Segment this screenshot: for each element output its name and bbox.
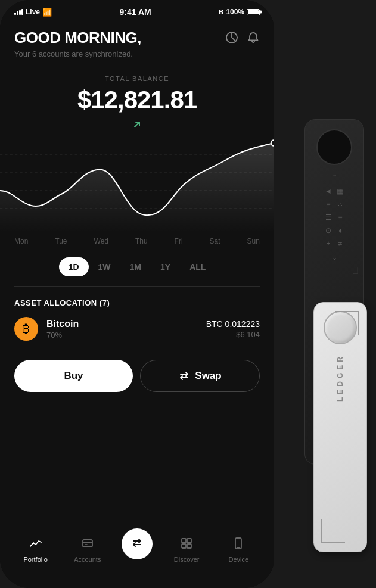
nav-portfolio[interactable]: Portfolio — [18, 537, 54, 563]
svg-rect-10 — [182, 544, 186, 548]
svg-rect-8 — [182, 539, 186, 543]
header-icons — [225, 31, 260, 47]
ledger-icon-8: ♦ — [337, 226, 344, 235]
bitcoin-fiat-amount: $6 104 — [206, 330, 260, 339]
ledger-device: ⌃ ◄ ▦ ≡ ∴ ☰ ≡ ⊙ ♦ + ≠ ⌄ ⎕ LEDGER — [274, 0, 376, 588]
transfer-icon — [130, 536, 144, 552]
subtitle-text: Your 6 accounts are synchronized. — [14, 49, 260, 58]
ledger-icon-6: ≡ — [337, 213, 344, 222]
period-1w[interactable]: 1W — [89, 257, 120, 276]
status-bar: Live 📶 9:41 AM B 100% — [0, 0, 274, 19]
ledger-icon-10: ≠ — [337, 239, 344, 248]
time-label-sat: Sat — [210, 237, 220, 245]
ledger-white-body: LEDGER — [313, 302, 367, 552]
asset-section: ASSET ALLOCATION (7) ₿ Bitcoin 70% BTC 0… — [0, 287, 274, 350]
time-label-sun: Sun — [247, 237, 260, 245]
nav-discover[interactable]: Discover — [169, 537, 204, 563]
accounts-icon — [81, 537, 94, 553]
discover-icon — [180, 537, 193, 553]
bitcoin-name: Bitcoin — [46, 319, 198, 329]
status-right: B 100% — [219, 8, 260, 16]
time-label-thu: Thu — [135, 237, 148, 245]
ledger-white-bracket-tr — [335, 311, 359, 335]
ledger-icon-1: ◄ — [325, 187, 332, 195]
chart-svg-wrap — [0, 137, 274, 232]
time-label-tue: Tue — [55, 237, 67, 245]
signal-bars — [14, 9, 23, 15]
bitcoin-pct: 70% — [46, 331, 198, 340]
time-label-mon: Mon — [14, 237, 28, 245]
ledger-icon-7: ⊙ — [325, 226, 332, 235]
action-buttons: Buy Swap — [0, 350, 274, 404]
svg-rect-11 — [187, 544, 191, 548]
ledger-icon-2: ▦ — [337, 187, 344, 195]
swap-icon — [178, 370, 190, 382]
balance-change — [132, 119, 142, 130]
battery-icon — [247, 9, 260, 15]
nav-discover-label: Discover — [174, 556, 200, 563]
nav-device[interactable]: Device — [220, 537, 256, 563]
ledger-icon-last: ⎕ — [353, 265, 358, 275]
status-left: Live 📶 — [14, 8, 52, 17]
period-all[interactable]: ALL — [180, 257, 215, 276]
header-section: GOOD MORNING, — [0, 19, 274, 66]
header-top: GOOD MORNING, — [14, 29, 260, 47]
greeting-text: GOOD MORNING, — [14, 29, 141, 47]
phone-screen: Live 📶 9:41 AM B 100% GOOD MORNING, — [0, 0, 274, 588]
ledger-icon-grid: ◄ ▦ ≡ ∴ ☰ ≡ ⊙ ♦ + ≠ — [325, 187, 344, 248]
ledger-icon-4: ∴ — [337, 200, 344, 209]
period-selector: 1D 1W 1M 1Y ALL — [0, 250, 274, 286]
nav-accounts[interactable]: Accounts — [70, 537, 105, 563]
swap-label: Swap — [195, 370, 221, 382]
time-label-wed: Wed — [94, 237, 108, 245]
period-1m[interactable]: 1M — [120, 257, 151, 276]
ledger-icon-3: ≡ — [325, 200, 332, 209]
scroll-content: GOOD MORNING, — [0, 19, 274, 521]
ledger-icon-5: ☰ — [325, 213, 332, 222]
status-time: 9:41 AM — [120, 7, 151, 17]
bitcoin-asset-row: ₿ Bitcoin 70% BTC 0.012223 $6 104 — [14, 317, 260, 341]
nav-accounts-label: Accounts — [74, 556, 101, 563]
ledger-icon-9: + — [325, 239, 332, 248]
nav-device-label: Device — [229, 556, 249, 563]
time-axis: Mon Tue Wed Thu Fri Sat Sun — [0, 232, 274, 250]
device-icon — [232, 537, 245, 553]
ledger-circle — [316, 129, 352, 165]
period-1d[interactable]: 1D — [59, 257, 89, 276]
balance-amount: $12,821.81 — [14, 86, 260, 114]
svg-rect-5 — [83, 540, 92, 547]
balance-section: TOTAL BALANCE $12,821.81 — [0, 66, 274, 137]
chart-section — [0, 137, 274, 232]
nav-portfolio-label: Portfolio — [23, 556, 47, 563]
bell-icon[interactable] — [247, 31, 260, 47]
ledger-up-arrow[interactable]: ⌃ — [311, 173, 358, 181]
portfolio-icon — [29, 537, 42, 553]
svg-rect-9 — [187, 539, 191, 543]
balance-label: TOTAL BALANCE — [14, 75, 260, 82]
period-1y[interactable]: 1Y — [151, 257, 180, 276]
bitcoin-icon: ₿ — [14, 317, 38, 341]
battery-pct: 100% — [226, 8, 244, 16]
bluetooth-icon: B — [219, 8, 223, 15]
bitcoin-values: BTC 0.012223 $6 104 — [206, 319, 260, 339]
wifi-icon: 📶 — [42, 8, 52, 17]
ledger-down-arrow[interactable]: ⌄ — [311, 254, 358, 262]
nav-center-transfer[interactable] — [122, 528, 153, 559]
ledger-white-text: LEDGER — [336, 354, 344, 402]
time-label-fri: Fri — [175, 237, 183, 245]
bitcoin-crypto-amount: BTC 0.012223 — [206, 319, 260, 329]
asset-allocation-title: ASSET ALLOCATION (7) — [14, 298, 260, 307]
phone-shell: Live 📶 9:41 AM B 100% GOOD MORNING, — [0, 0, 274, 588]
up-arrow-icon — [132, 119, 142, 130]
carrier-label: Live — [26, 8, 40, 16]
swap-button[interactable]: Swap — [140, 360, 260, 392]
bitcoin-info: Bitcoin 70% — [46, 319, 198, 340]
bottom-nav: Portfolio Accounts — [0, 521, 274, 588]
buy-button[interactable]: Buy — [14, 360, 133, 392]
ledger-white-bracket-bl — [321, 519, 345, 543]
pie-chart-icon[interactable] — [225, 31, 238, 47]
price-chart — [0, 137, 274, 232]
